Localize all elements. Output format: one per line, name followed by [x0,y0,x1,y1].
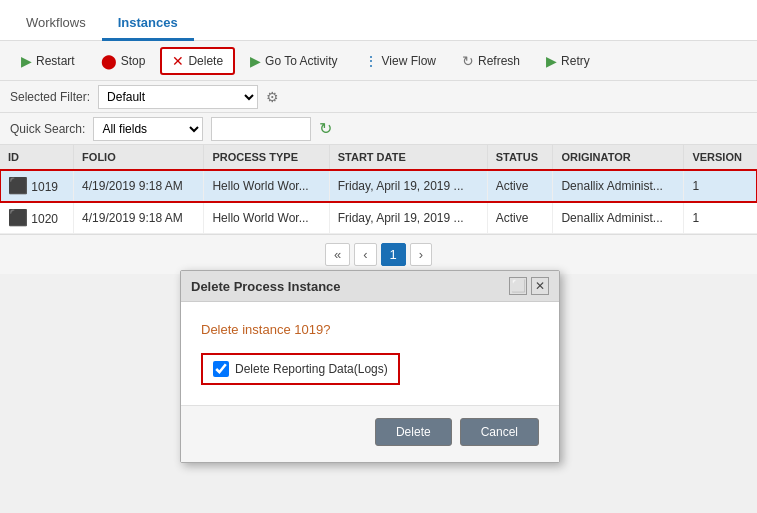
modal-delete-button[interactable]: Delete [375,418,452,446]
cell-folio: 4/19/2019 9:18 AM [74,170,204,202]
table-header-row: ID FOLIO PROCESS TYPE START DATE STATUS … [0,145,757,170]
cell-folio: 4/19/2019 9:18 AM [74,202,204,234]
col-process-type: PROCESS TYPE [204,145,329,170]
delete-icon: ✕ [172,53,184,69]
col-id: ID [0,145,74,170]
modal-question: Delete instance 1019? [201,322,539,337]
table-row[interactable]: ⬛ 1020 4/19/2019 9:18 AM Hello World Wor… [0,202,757,234]
cell-originator: Denallix Administ... [553,170,684,202]
tab-instances[interactable]: Instances [102,7,194,41]
cell-version: 1 [684,202,757,234]
prev-page-button[interactable]: ‹ [354,243,376,266]
refresh-button[interactable]: ↻ Refresh [451,48,531,74]
row-icon: ⬛ [8,177,28,194]
retry-icon: ▶ [546,53,557,69]
refresh-icon: ↻ [462,53,474,69]
modal-restore-button[interactable]: ⬜ [509,277,527,295]
cell-id: ⬛ 1019 [0,170,74,202]
current-page-button[interactable]: 1 [381,243,406,266]
modal-close-button[interactable]: ✕ [531,277,549,295]
cell-status: Active [487,202,553,234]
next-page-button[interactable]: › [410,243,432,266]
filter-row: Selected Filter: Default Custom All ⚙ [0,81,757,113]
modal-cancel-button[interactable]: Cancel [460,418,539,446]
first-page-button[interactable]: « [325,243,350,266]
cell-version: 1 [684,170,757,202]
cell-originator: Denallix Administ... [553,202,684,234]
cell-process-type: Hello World Wor... [204,202,329,234]
retry-button[interactable]: ▶ Retry [535,48,601,74]
view-flow-icon: ⋮ [364,53,378,69]
stop-icon: ⬤ [101,53,117,69]
delete-button[interactable]: ✕ Delete [160,47,235,75]
goto-activity-button[interactable]: ▶ Go To Activity [239,48,348,74]
table-row[interactable]: ⬛ 1019 4/19/2019 9:18 AM Hello World Wor… [0,170,757,202]
restart-icon: ▶ [21,53,32,69]
search-label: Quick Search: [10,122,85,136]
col-version: VERSION [684,145,757,170]
pagination: « ‹ 1 › [0,234,757,274]
instances-table: ID FOLIO PROCESS TYPE START DATE STATUS … [0,145,757,234]
modal-footer: Delete Cancel [181,405,559,462]
modal-title: Delete Process Instance [191,279,341,294]
view-flow-button[interactable]: ⋮ View Flow [353,48,447,74]
cell-process-type: Hello World Wor... [204,170,329,202]
cell-start-date: Friday, April 19, 2019 ... [329,202,487,234]
filter-select[interactable]: Default Custom All [98,85,258,109]
cell-start-date: Friday, April 19, 2019 ... [329,170,487,202]
search-input[interactable] [211,117,311,141]
settings-icon[interactable]: ⚙ [266,89,279,105]
modal-body: Delete instance 1019? Delete Reporting D… [181,302,559,395]
goto-activity-icon: ▶ [250,53,261,69]
stop-button[interactable]: ⬤ Stop [90,48,157,74]
modal-controls: ⬜ ✕ [509,277,549,295]
search-field-select[interactable]: All fields ID FOLIO STATUS [93,117,203,141]
tab-bar: Workflows Instances [0,0,757,41]
col-originator: ORIGINATOR [553,145,684,170]
col-start-date: START DATE [329,145,487,170]
toolbar: ▶ Restart ⬤ Stop ✕ Delete ▶ Go To Activi… [0,41,757,81]
tab-workflows[interactable]: Workflows [10,7,102,41]
delete-logs-label: Delete Reporting Data(Logs) [235,362,388,376]
filter-label: Selected Filter: [10,90,90,104]
search-row: Quick Search: All fields ID FOLIO STATUS… [0,113,757,145]
delete-logs-checkbox[interactable] [213,361,229,377]
row-icon: ⬛ [8,209,28,226]
delete-modal: Delete Process Instance ⬜ ✕ Delete insta… [180,270,560,463]
restart-button[interactable]: ▶ Restart [10,48,86,74]
modal-header: Delete Process Instance ⬜ ✕ [181,271,559,302]
col-status: STATUS [487,145,553,170]
delete-logs-checkbox-row[interactable]: Delete Reporting Data(Logs) [201,353,400,385]
search-refresh-icon[interactable]: ↻ [319,119,332,138]
cell-status: Active [487,170,553,202]
cell-id: ⬛ 1020 [0,202,74,234]
col-folio: FOLIO [74,145,204,170]
